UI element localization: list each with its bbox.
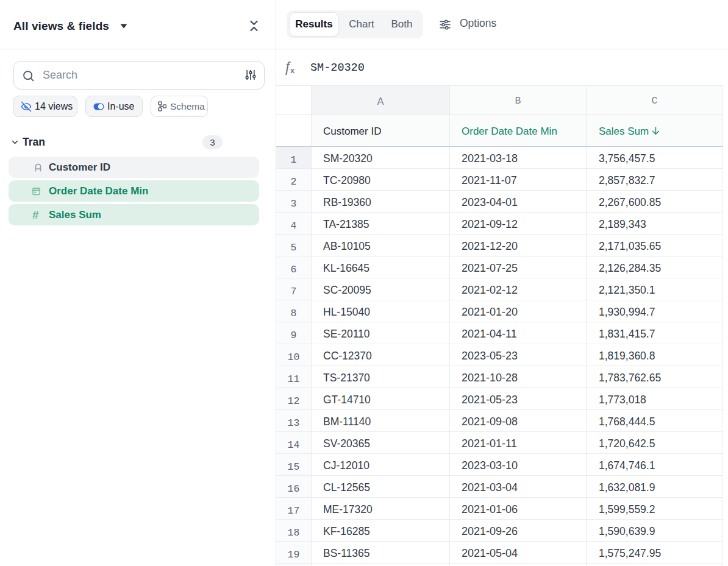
svg-text:x: x <box>290 66 295 75</box>
